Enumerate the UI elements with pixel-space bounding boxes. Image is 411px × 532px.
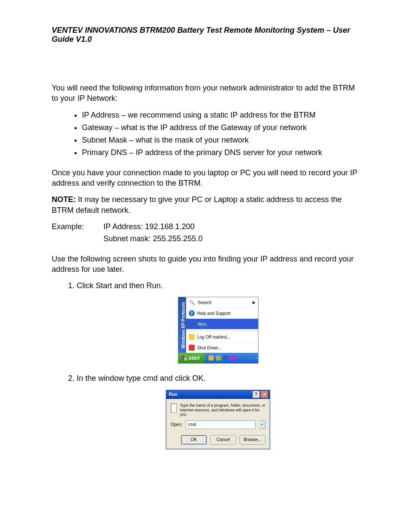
example-ip: IP Address: 192.168.1.200 (103, 221, 195, 232)
requirements-list: IP Address – we recommend using a static… (52, 110, 359, 158)
start-menu-item-shutdown[interactable]: Shut Down... (186, 342, 258, 353)
note-paragraph: NOTE: It may be necessary to give your P… (52, 194, 359, 215)
browse-button[interactable]: Browse... (240, 435, 265, 445)
close-titlebar-button[interactable]: ✕ (261, 391, 268, 398)
run-open-dropdown-button[interactable]: ▾ (259, 420, 265, 429)
run-open-label: Open: (171, 422, 182, 428)
bullet-ip: IP Address – we recommend using a static… (82, 110, 359, 120)
menu-separator (186, 330, 258, 330)
quick-launch-icon[interactable] (230, 355, 236, 361)
record-ip-paragraph: Once you have your connection made to yo… (52, 168, 359, 189)
shutdown-icon (189, 345, 195, 351)
start-menu-item-label: Run... (198, 321, 210, 327)
example-subnet: Subnet mask: 255.255.255.0 (103, 233, 202, 244)
note-text: It may be necessary to give your PC or L… (52, 195, 342, 214)
start-menu-item-label: Shut Down... (197, 345, 222, 351)
quick-launch-icon[interactable] (223, 355, 228, 361)
step-2-text: In the window type cmd and click OK. (77, 374, 206, 383)
run-dialog-title: Run (169, 392, 177, 398)
start-button-label: start (189, 355, 200, 361)
windows-logo-icon (182, 355, 187, 361)
help-icon: ? (189, 310, 195, 316)
start-menu-item-run[interactable]: ▭ Run... (186, 318, 258, 329)
screenshot-guide-paragraph: Use the following screen shots to guide … (52, 254, 359, 275)
help-titlebar-button[interactable]: ? (252, 391, 260, 398)
step-2: In the window type cmd and click OK. Run… (77, 373, 359, 449)
bullet-dns: Primary DNS – IP address of the primary … (82, 147, 359, 158)
run-dialog-titlebar: Run ? ✕ (166, 390, 270, 399)
taskbar-overflow-icon[interactable]: » (255, 353, 256, 363)
start-menu-item-logoff[interactable]: Log Off martind... (186, 331, 258, 342)
taskbar: start » (178, 353, 258, 363)
step-1: Click Start and then Run. Windows XP Pro… (77, 280, 359, 364)
run-dialog-icon (171, 403, 177, 413)
ok-button[interactable]: OK (181, 435, 207, 445)
example-label: Example: (52, 221, 103, 232)
quick-launch-icon[interactable] (209, 355, 214, 361)
search-icon: 🔍 (189, 299, 196, 306)
run-open-input[interactable]: cmd (186, 420, 255, 429)
steps-list: Click Start and then Run. Windows XP Pro… (52, 280, 359, 449)
run-dialog-description: Type the name of a program, folder, docu… (180, 403, 265, 417)
start-menu-figure: Windows XP Professio 🔍 Search ▶ ? Help a… (178, 297, 258, 364)
start-menu-item-label: Help and Support (197, 311, 231, 317)
start-menu-item-label: Log Off martind... (197, 334, 230, 340)
cancel-button[interactable]: Cancel (210, 435, 236, 445)
step-1-text: Click Start and then Run. (77, 281, 163, 290)
run-dialog-figure: Run ? ✕ Type the name of a program, fold… (166, 390, 270, 449)
run-icon: ▭ (189, 320, 196, 327)
start-menu-item-help[interactable]: ? Help and Support (186, 308, 258, 318)
quick-launch-icon[interactable] (216, 355, 221, 361)
bullet-gateway: Gateway – what is the IP address of the … (82, 122, 359, 133)
note-label: NOTE: (52, 195, 76, 204)
intro-paragraph: You will need the following information … (52, 83, 359, 104)
submenu-arrow-icon: ▶ (252, 300, 255, 305)
start-menu-item-search[interactable]: 🔍 Search ▶ (186, 297, 258, 308)
start-menu-item-label: Search (198, 300, 212, 306)
page-header: VENTEV INNOVATIONS BTRM200 Battery Test … (52, 26, 359, 44)
logoff-icon (189, 334, 195, 340)
quick-launch-icons (209, 355, 236, 361)
bullet-subnet: Subnet Mask – what is the mask of your n… (82, 135, 359, 145)
start-menu-sidebar: Windows XP Professio (178, 297, 186, 353)
start-button[interactable]: start (178, 353, 205, 363)
